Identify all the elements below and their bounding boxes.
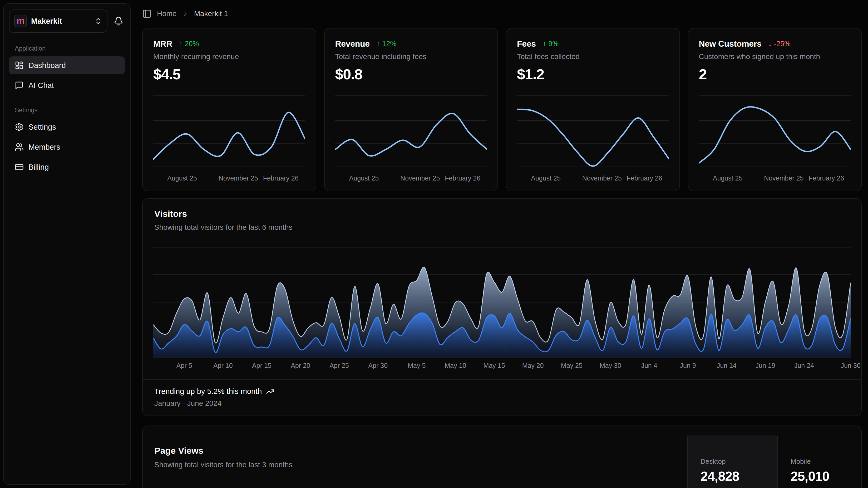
trend-down-icon: ↓ [768,40,772,48]
axis-tick-label: November 25 [400,174,440,182]
stat-change: 12% [382,40,396,48]
sparkline-chart [153,98,305,172]
sidebar-item-label: AI Chat [28,81,54,90]
visitors-subtitle: Showing total visitors for the last 6 mo… [154,223,849,232]
axis-tick-label: Jun 24 [794,362,814,369]
makerkit-logo: m [14,15,27,27]
axis-tick-label: Apr 20 [291,362,310,369]
toggle-label: Mobile [790,457,861,466]
axis-tick-label: August 25 [349,174,379,182]
stat-value: $4.5 [153,66,305,83]
axis-tick-label: November 25 [764,174,804,182]
sparkline-x-axis: August 25November 25February 26 [335,174,487,184]
divider [153,95,305,96]
page-views-card: Page Views Showing total visitors for th… [142,426,862,488]
axis-tick-label: Apr 10 [213,362,233,369]
sidebar-item-billing[interactable]: Billing [9,158,125,176]
visitors-area-chart [153,247,850,357]
chevrons-up-down-icon [94,17,102,25]
stat-description: Total fees collected [517,52,669,61]
toggle-label: Desktop [701,457,777,466]
stat-card-mrr: MRR↑20%Monthly recurring revenue$4.5Augu… [142,28,316,191]
stat-description: Customers who signed up this month [699,52,851,61]
trend-up-icon: ↑ [179,40,183,48]
divider [335,95,487,96]
axis-tick-label: February 26 [445,174,480,182]
stat-card-new-customers: New Customers↓-25%Customers who signed u… [688,28,862,191]
stat-trend-badge: ↑20% [179,40,199,48]
workspace-name: Makerkit [31,17,90,26]
visitors-card: Visitors Showing total visitors for the … [142,198,862,416]
stat-cards: MRR↑20%Monthly recurring revenue$4.5Augu… [142,28,862,191]
panel-left-icon[interactable] [142,9,152,19]
sparkline-x-axis: August 25November 25February 26 [153,174,305,184]
members-icon [15,143,24,151]
page-views-toggle-mobile[interactable]: Mobile25,010 [778,436,861,488]
nav-section-label: Settings [9,107,125,114]
stat-card-revenue: Revenue↑12%Total revenue including fees$… [324,28,498,191]
axis-tick-label: November 25 [582,174,622,182]
stat-change: 9% [548,40,559,48]
sidebar-item-members[interactable]: Members [9,138,125,156]
sidebar-item-settings[interactable]: Settings [9,118,125,136]
stat-title: Revenue [335,39,370,49]
toggle-value: 25,010 [790,469,861,484]
axis-tick-label: Jun 9 [680,362,696,369]
stat-value: $1.2 [517,66,669,83]
stat-trend-badge: ↑12% [377,40,397,48]
sparkline-x-axis: August 25November 25February 26 [517,174,669,184]
sidebar-item-ai-chat[interactable]: AI Chat [9,77,125,94]
divider [517,95,669,96]
sidebar-item-dashboard[interactable]: Dashboard [9,56,125,74]
axis-tick-label: May 30 [600,362,621,369]
notifications-button[interactable] [112,15,125,27]
page-views-toggles: Desktop24,828Mobile25,010 [687,426,861,488]
stat-trend-badge: ↑9% [543,40,559,48]
visitors-trend-text: Trending up by 5.2% this month [154,387,262,396]
trending-up-icon [266,387,274,396]
divider [699,95,851,96]
sidebar-item-label: Billing [28,163,49,172]
visitors-title: Visitors [154,209,849,219]
page-views-toggle-desktop[interactable]: Desktop24,828 [687,436,778,488]
axis-tick-label: Jun 19 [755,362,775,369]
sidebar-item-label: Settings [28,123,56,132]
axis-tick-label: February 26 [808,174,844,182]
visitors-date-range: January - June 2024 [154,399,849,408]
stat-value: $0.8 [335,66,487,83]
page-views-subtitle: Showing total visitors for the last 3 mo… [154,461,292,469]
trend-up-icon: ↑ [543,40,547,48]
axis-tick-label: May 15 [484,362,505,369]
axis-tick-label: Jun 30 [841,362,860,369]
breadcrumb: Home Makerkit 1 [142,8,862,20]
trend-up-icon: ↑ [377,40,380,48]
sidebar: m Makerkit ApplicationDashboardAI ChatSe… [3,3,131,485]
stat-trend-badge: ↓-25% [768,40,790,48]
stat-description: Monthly recurring revenue [153,52,305,61]
workspace-selector[interactable]: m Makerkit [9,9,107,33]
axis-tick-label: May 20 [522,362,544,369]
sparkline-x-axis: August 25November 25February 26 [699,174,851,184]
axis-tick-label: Apr 30 [368,362,388,369]
axis-tick-label: Jun 14 [717,362,737,369]
toggle-value: 24,828 [701,469,777,484]
chevron-right-icon [182,10,189,17]
axis-tick-label: November 25 [219,174,258,182]
chat-icon [15,81,24,90]
stat-change: 20% [185,40,199,48]
sparkline-chart [517,98,669,172]
stat-title: Fees [517,39,536,49]
bell-icon [114,16,123,26]
stat-change: -25% [774,40,790,48]
sidebar-item-label: Dashboard [28,61,66,70]
sparkline-chart [335,98,487,172]
dashboard-icon [15,61,24,70]
sparkline-chart [699,98,851,172]
settings-icon [15,122,24,132]
axis-tick-label: May 5 [408,362,426,369]
axis-tick-label: August 25 [167,174,197,182]
breadcrumb-home[interactable]: Home [157,9,177,18]
stat-title: MRR [153,39,172,49]
axis-tick-label: May 10 [444,362,466,369]
axis-tick-label: May 25 [561,362,583,369]
